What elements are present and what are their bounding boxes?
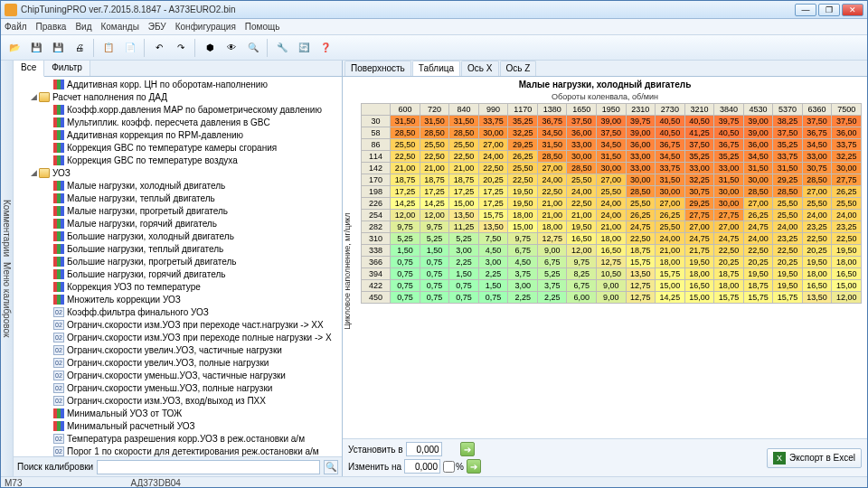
set-apply-button[interactable]: ➔ (460, 442, 475, 456)
tree-node[interactable]: Мультиплик. коэфф. пересчета давления в … (14, 116, 342, 128)
app-icon (5, 4, 17, 16)
tree-node[interactable]: Малые нагрузки, холодный двигатель (14, 179, 342, 192)
toolbar: 📂 💾 💾 🖨 📋 📄 ↶ ↷ ⬢ 👁 🔍 🔧 🔄 ❓ (1, 35, 867, 61)
tree-node[interactable]: 02Огранич.скорости изм.УОЗ, вход/выход и… (14, 394, 342, 407)
num-icon: 02 (53, 320, 64, 330)
table-xlabel: Обороты коленвала, об/мин (343, 92, 867, 103)
tab-table[interactable]: Таблица (412, 61, 460, 76)
status-bar: M73 АД373DB04 (1, 476, 867, 488)
folder-icon (39, 168, 50, 178)
minimize-button[interactable]: — (795, 4, 816, 16)
undo-icon[interactable]: ↶ (149, 38, 169, 58)
tree-node[interactable]: Коэфф.корр.давления MAP по барометрическ… (14, 103, 342, 116)
chart-icon (53, 295, 64, 305)
num-icon: 02 (53, 434, 64, 444)
folder-icon (39, 92, 50, 102)
search-icon[interactable]: 🔍 (243, 38, 263, 58)
tree-node[interactable]: 02Огранич.скорости уменьш.УОЗ, полные на… (14, 381, 342, 394)
tree-node[interactable]: 02Температура разрешения корр.УОЗ в реж.… (14, 432, 342, 445)
tree-node[interactable]: ◢Расчет наполнения по ДАД (14, 90, 342, 103)
tree-node[interactable]: 02Огранич.скорости изм.УОЗ при переходе … (14, 318, 342, 331)
set-input[interactable] (406, 442, 442, 456)
paste-icon[interactable]: 📄 (120, 38, 140, 58)
tree-node[interactable]: Малые нагрузки, теплый двигатель (14, 192, 342, 204)
percent-checkbox[interactable] (443, 461, 455, 473)
tab-axis-z[interactable]: Ось Z (500, 61, 537, 76)
tree-node[interactable]: 02Коэфф.фильтра финального УОЗ (14, 305, 342, 318)
chart-icon (53, 181, 64, 191)
tool2-icon[interactable]: 👁 (222, 38, 241, 58)
tool1-icon[interactable]: ⬢ (200, 38, 220, 58)
tree-node[interactable]: Минимальный расчетный УОЗ (14, 419, 342, 432)
copy-icon[interactable]: 📋 (99, 38, 118, 58)
tool3-icon[interactable]: 🔧 (272, 38, 292, 58)
search-input[interactable] (97, 460, 320, 474)
tree-node[interactable]: Большие нагрузки, прогретый двигатель (14, 255, 342, 267)
redo-icon[interactable]: ↷ (171, 38, 191, 58)
tree-node[interactable]: Аддитивная коррекция по RPM-давлению (14, 128, 342, 141)
left-tab-all[interactable]: Все (14, 61, 44, 77)
tree-node[interactable]: 02Огранич.скорости увелич.УОЗ, частичные… (14, 343, 342, 356)
menu-Команды[interactable]: Команды (100, 22, 138, 32)
chart-icon (53, 231, 64, 241)
close-button[interactable]: ✕ (842, 4, 863, 16)
print-icon[interactable]: 🖨 (70, 38, 90, 58)
chart-icon (53, 155, 64, 165)
num-icon: 02 (53, 446, 64, 456)
open-icon[interactable]: 📂 (5, 38, 24, 58)
num-icon: 02 (53, 333, 64, 343)
status-left: M73 (5, 478, 22, 488)
tree-node[interactable]: Множитель коррекции УОЗ (14, 293, 342, 305)
rail-tab-calibrations[interactable]: Меню калибровок (2, 259, 12, 340)
num-icon: 02 (53, 396, 64, 406)
menu-Правка[interactable]: Правка (36, 22, 67, 32)
chart-icon (53, 130, 64, 140)
change-apply-button[interactable]: ➔ (467, 459, 481, 474)
refresh-icon[interactable]: 🔄 (294, 38, 314, 58)
tree-node[interactable]: Коррекция GBC по температуре воздуха (14, 154, 342, 166)
saveas-icon[interactable]: 💾 (48, 38, 68, 58)
search-button[interactable]: 🔍 (324, 460, 338, 474)
tree-node[interactable]: Коррекция GBC по температуре камеры сгор… (14, 141, 342, 154)
menu-Помощь[interactable]: Помощь (245, 22, 280, 32)
chart-icon (53, 193, 64, 203)
menu-Вид[interactable]: Вид (75, 22, 91, 32)
maximize-button[interactable]: ❐ (818, 4, 840, 16)
save-icon[interactable]: 💾 (26, 38, 46, 58)
tree-node[interactable]: 02Огранич.скорости уменьш.УОЗ, частичные… (14, 369, 342, 381)
window-title: ChipTuningPRO ver.7.2015.8.1847 - A373EU… (21, 5, 795, 14)
menu-ЭБУ[interactable]: ЭБУ (148, 22, 166, 32)
chart-icon (53, 105, 64, 115)
tree-node[interactable]: ◢УОЗ (14, 166, 342, 179)
tree-node[interactable]: Коррекция УОЗ по температуре (14, 280, 342, 293)
menu-Конфигурация[interactable]: Конфигурация (175, 22, 236, 32)
help-icon[interactable]: ❓ (316, 38, 335, 58)
chart-icon (53, 421, 64, 431)
chart-icon (53, 80, 64, 89)
num-icon: 02 (53, 307, 64, 317)
chart-icon (53, 282, 64, 292)
status-right: АД373DB04 (130, 478, 180, 488)
tree-node[interactable]: Малые нагрузки, горячий двигатель (14, 217, 342, 230)
menu-bar: ФайлПравкаВидКомандыЭБУКонфигурацияПомощ… (1, 19, 867, 35)
rail-tab-comments[interactable]: Комментарии (2, 197, 12, 259)
left-tab-filter[interactable]: Фильтр (44, 61, 90, 76)
tree-node[interactable]: Большие нагрузки, холодный двигатель (14, 230, 342, 242)
tree-node[interactable]: 02Огранич.скорости изм.УОЗ при переходе … (14, 331, 342, 343)
tree-node[interactable]: 02Порог 1 по скорости для детектирования… (14, 445, 342, 456)
chart-icon (53, 408, 64, 418)
change-input[interactable] (404, 459, 440, 474)
calibration-tree[interactable]: Аддитивная корр. ЦН по оборотам-наполнен… (14, 77, 342, 456)
left-rail: Комментарии Меню калибровок (1, 61, 14, 476)
tree-node[interactable]: Большие нагрузки, теплый двигатель (14, 242, 342, 255)
tab-surface[interactable]: Поверхность (344, 61, 411, 76)
menu-Файл[interactable]: Файл (5, 22, 27, 32)
tree-node[interactable]: 02Огранич.скорости увелич.УОЗ, полные на… (14, 356, 342, 369)
export-excel-button[interactable]: X Экспорт в Excel (767, 448, 862, 468)
tree-node[interactable]: Минимальный УОЗ от ТОЖ (14, 407, 342, 419)
tab-axis-x[interactable]: Ось X (461, 61, 498, 76)
data-grid[interactable]: 6007208409901170138016501950231027303210… (361, 103, 862, 304)
tree-node[interactable]: Малые нагрузки, прогретый двигатель (14, 204, 342, 217)
tree-node[interactable]: Большие нагрузки, горячий двигатель (14, 267, 342, 280)
tree-node[interactable]: Аддитивная корр. ЦН по оборотам-наполнен… (14, 78, 342, 90)
